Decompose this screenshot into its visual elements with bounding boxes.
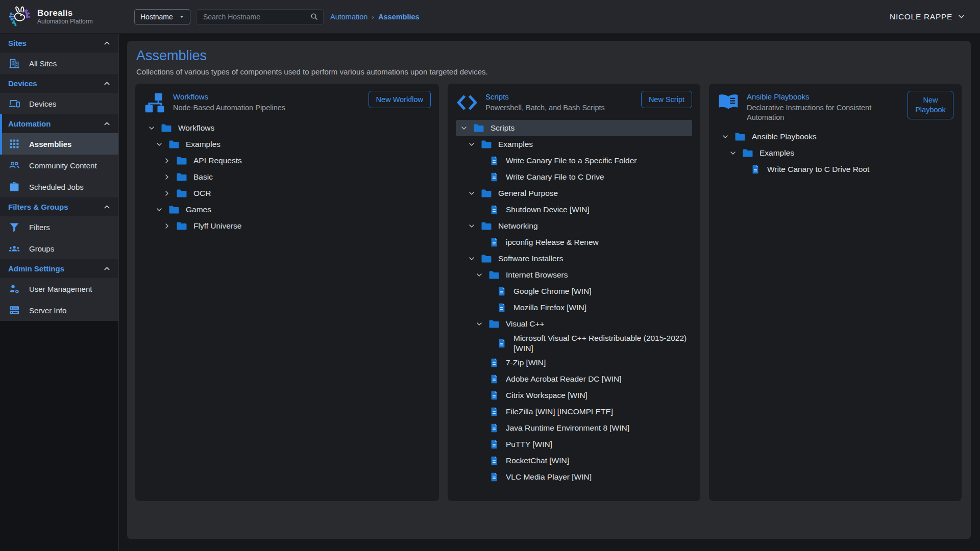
tree-file-citrix-workspace-win[interactable]: Citrix Workspace [WIN] [456,387,692,404]
sidebar-item-user-management[interactable]: User Management [0,278,118,299]
tree-file-filezilla-win-incomplete[interactable]: FileZilla [WIN] [INCOMPLETE] [456,404,692,420]
tree-folder-games[interactable]: Games [143,202,431,218]
tree-folder-examples[interactable]: Examples [143,136,431,153]
tree-file-putty-win[interactable]: PuTTY [WIN] [456,436,692,453]
file-icon [487,204,501,216]
user-menu[interactable]: NICOLE RAPPE [890,12,966,21]
folder-icon [472,122,485,134]
file-icon [487,389,501,402]
tree-node-label: Workflows [178,123,214,133]
sidebar-item-assemblies[interactable]: Assemblies [0,133,118,155]
chevron-down-icon[interactable] [468,140,478,148]
ansible-panel-title: Ansible Playbooks [747,92,900,101]
chevron-down-icon[interactable] [468,189,478,197]
tree-node-label: FileZilla [WIN] [INCOMPLETE] [506,407,613,417]
tree-node-label: Games [186,205,211,215]
tree-file-7-zip-win[interactable]: 7-Zip [WIN] [456,355,692,371]
sidebar-item-devices[interactable]: Devices [0,93,118,114]
new-script-button[interactable]: New Script [641,91,692,108]
folder-icon [175,220,188,232]
chevron-down-icon[interactable] [155,140,165,148]
tree-folder-api-requests[interactable]: API Requests [143,153,431,169]
sidebar-section-devices[interactable]: Devices [0,74,118,93]
scripts-panel: Scripts Powershell, Batch, and Bash Scri… [448,84,700,501]
tree-file-ipconfig-release-renew[interactable]: ipconfig Release & Renew [456,234,692,251]
building-icon [8,57,20,69]
sidebar-item-scheduled-jobs[interactable]: Scheduled Jobs [0,176,118,197]
new-playbook-button[interactable]: New Playbook [908,91,953,119]
chevron-down-icon[interactable] [729,149,739,157]
chevron-down-icon[interactable] [460,124,470,132]
sidebar-item-filters[interactable]: Filters [0,216,118,238]
tree-file-mozilla-firefox-win[interactable]: Mozilla Firefox [WIN] [456,299,692,316]
devices-icon [8,97,20,110]
tree-file-microsoft-visual-c-redistributable-2015-2022-win[interactable]: Microsoft Visual C++ Redistributable (20… [456,332,692,355]
sidebar-section-automation[interactable]: Automation [0,114,118,133]
tree-folder-visual-c[interactable]: Visual C++ [456,316,692,332]
tree-file-write-canary-file-to-a-specific-folder[interactable]: Write Canary File to a Specific Folder [456,153,692,169]
hostname-select[interactable]: Hostname [134,9,190,24]
folder-icon [175,171,188,183]
new-workflow-button[interactable]: New Workflow [369,91,431,108]
tree-folder-ansible-playbooks[interactable]: Ansible Playbooks [717,129,953,145]
chevron-right-icon[interactable] [163,173,173,181]
sidebar-section-admin-settings[interactable]: Admin Settings [0,259,118,278]
tree-file-java-runtime-environment-8-win[interactable]: Java Runtime Environment 8 [WIN] [456,420,692,436]
chevron-right-icon[interactable] [163,157,173,165]
tree-folder-workflows[interactable]: Workflows [143,120,431,136]
sidebar-item-server-info[interactable]: Server Info [0,299,118,321]
tree-folder-basic[interactable]: Basic [143,169,431,185]
chevron-right-icon[interactable] [163,189,173,197]
tree-folder-software-installers[interactable]: Software Installers [456,251,692,267]
sidebar-item-label: Community Content [29,161,97,170]
search-input[interactable] [202,12,310,21]
tree-file-write-canary-file-to-c-drive[interactable]: Write Canary File to C Drive [456,169,692,185]
chevron-down-icon[interactable] [475,320,485,328]
chevron-right-icon[interactable] [163,222,173,230]
tree-folder-general-purpose[interactable]: General Purpose [456,185,692,202]
tree-folder-scripts[interactable]: Scripts [456,120,692,136]
tree-folder-examples[interactable]: Examples [717,145,953,161]
tree-folder-examples[interactable]: Examples [456,136,692,153]
file-icon [487,422,501,434]
file-icon [495,302,508,314]
breadcrumb-assemblies[interactable]: Assemblies [378,13,420,21]
sidebar-section-filters-groups[interactable]: Filters & Groups [0,197,118,216]
tree-file-rocketchat-win[interactable]: RocketChat [WIN] [456,453,692,469]
chevron-down-icon[interactable] [468,255,478,263]
breadcrumb-automation[interactable]: Automation [330,13,368,21]
workflows-panel: Workflows Node-Based Automation Pipeline… [135,84,439,501]
chevron-down-icon[interactable] [155,206,165,214]
search-icon [310,12,318,21]
tree-chevron-spacer [475,440,485,448]
sidebar-item-label: Assemblies [29,140,71,148]
tree-node-label: Examples [498,139,533,149]
tree-file-google-chrome-win[interactable]: Google Chrome [WIN] [456,283,692,299]
sidebar-item-community-content[interactable]: Community Content [0,155,118,176]
tree-folder-flyff-universe[interactable]: Flyff Universe [143,218,431,234]
file-icon [487,155,501,167]
tree-file-write-canary-to-c-drive-root[interactable]: Write Canary to C Drive Root [717,161,953,178]
sidebar-section-label: Admin Settings [8,264,64,273]
chevron-down-icon[interactable] [468,222,478,230]
tree-file-vlc-media-player-win[interactable]: VLC Media Player [WIN] [456,469,692,485]
chevron-down-icon[interactable] [721,133,731,141]
chevron-down-icon[interactable] [475,271,485,279]
search-box [196,9,324,24]
sidebar-item-groups[interactable]: Groups [0,238,118,259]
file-icon [487,373,501,385]
tree-chevron-spacer [475,206,485,214]
page-description: Collections of various types of componen… [136,67,963,76]
tree-node-label: OCR [193,188,211,198]
tree-folder-ocr[interactable]: OCR [143,185,431,202]
briefcase-icon [8,181,20,193]
sidebar-item-label: Scheduled Jobs [29,183,84,191]
tree-folder-internet-browsers[interactable]: Internet Browsers [456,267,692,283]
tree-folder-networking[interactable]: Networking [456,218,692,234]
sidebar-item-all-sites[interactable]: All Sites [0,53,118,74]
chevron-down-icon[interactable] [148,124,158,132]
tree-file-shutdown-device-win[interactable]: Shutdown Device [WIN] [456,202,692,218]
sidebar-section-sites[interactable]: Sites [0,34,118,53]
file-icon [749,163,762,176]
tree-file-adobe-acrobat-reader-dc-win[interactable]: Adobe Acrobat Reader DC [WIN] [456,371,692,387]
